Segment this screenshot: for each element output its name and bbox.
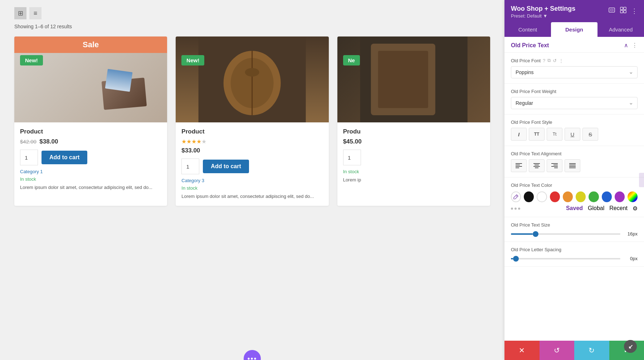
tab-content[interactable]: Content [504, 22, 551, 37]
resize-handle[interactable] [639, 173, 644, 187]
svg-rect-18 [533, 163, 540, 164]
align-justify-btn[interactable] [565, 159, 580, 172]
spacing-slider-track [511, 258, 620, 259]
viewport-icon-btn[interactable] [608, 6, 615, 15]
redo-button[interactable]: ↻ [574, 341, 609, 360]
svg-rect-7 [378, 51, 428, 108]
layout-icon-btn[interactable] [620, 6, 627, 15]
quantity-input[interactable] [343, 150, 361, 165]
list-view-btn[interactable]: ≡ [29, 7, 42, 19]
font-select[interactable]: Poppins [511, 66, 638, 78]
alignment-row: Old Price Text Alignment [504, 146, 644, 177]
tab-advanced[interactable]: Advanced [597, 22, 644, 37]
color-tab-recent[interactable]: Recent [609, 205, 628, 212]
size-value: 16px [624, 231, 638, 237]
weight-select[interactable]: Regular Bold Light Medium [511, 97, 638, 109]
color-black[interactable] [524, 191, 534, 202]
panel-header: Woo Shop + Settings Preset: Default ▼ ⋮ [504, 0, 644, 22]
color-orange[interactable] [563, 191, 573, 202]
svg-rect-28 [569, 166, 576, 167]
color-tab-global[interactable]: Global [588, 205, 604, 212]
tab-design[interactable]: Design [551, 22, 597, 37]
size-slider-fill [511, 233, 533, 235]
new-price: $38.00 [39, 138, 58, 145]
align-left-btn[interactable] [511, 159, 527, 172]
product-card: Sale New! Product $42.00 $38.00 Add to c… [14, 37, 167, 206]
add-to-cart-button[interactable]: Add to cart [203, 160, 249, 173]
product-body: Produ $45.00 In stock Lorem ip [337, 122, 490, 189]
color-dots [511, 208, 520, 210]
new-badge: New! [20, 55, 43, 65]
color-blue[interactable] [602, 191, 612, 202]
spacing-slider-wrap: 0px [511, 256, 638, 261]
size-row: Old Price Text Size 16px [504, 217, 644, 242]
color-red[interactable] [550, 191, 560, 202]
undo-button[interactable]: ↺ [540, 341, 575, 360]
font-more-icon[interactable]: ⋮ [559, 58, 564, 63]
color-green[interactable] [589, 191, 599, 202]
svg-rect-10 [620, 7, 623, 10]
product-description: Lorem ipsum dolor sit amet, consectetur … [20, 184, 161, 191]
color-tab-saved[interactable]: Saved [566, 205, 583, 212]
size-slider-thumb[interactable] [533, 231, 538, 237]
font-style-buttons: I TT Tt U S [511, 128, 638, 141]
svg-rect-23 [553, 165, 558, 165]
quantity-input[interactable] [181, 159, 199, 174]
price-wrap: $45.00 [343, 138, 484, 145]
quantity-input[interactable] [20, 150, 38, 165]
svg-rect-20 [533, 166, 540, 167]
italic-btn[interactable]: I [511, 128, 527, 141]
collapse-section-btn[interactable]: ∧ [624, 42, 628, 49]
color-settings-btn[interactable]: ⚙ [633, 205, 638, 212]
font-help-icon[interactable]: ? [543, 58, 545, 63]
floating-help-btn[interactable]: ↙ [624, 340, 637, 353]
add-to-cart-row [343, 150, 484, 165]
add-to-cart-button[interactable]: Add to cart [42, 151, 87, 164]
underline-btn[interactable]: U [565, 128, 580, 141]
font-reset-icon[interactable]: ↺ [553, 58, 557, 63]
product-image: Ne [337, 37, 490, 122]
align-right-btn[interactable] [547, 159, 562, 172]
price-wrap: $42.00 $38.00 [20, 138, 161, 145]
product-card: Ne Produ $45.00 In stock Lorem ip [337, 37, 490, 206]
svg-rect-11 [624, 7, 626, 10]
svg-rect-9 [610, 9, 613, 11]
spacing-label: Old Price Letter Spacing [511, 247, 638, 252]
panel-header-icons: ⋮ [608, 6, 638, 15]
product-description: Lorem ipsum dolor sit amet, consectetur … [181, 193, 323, 200]
panel-preset[interactable]: Preset: Default ▼ [511, 13, 575, 19]
view-toggle: ⊞ ≡ [14, 7, 490, 19]
eyedropper-btn[interactable] [511, 191, 521, 202]
svg-rect-12 [620, 10, 623, 13]
product-price: $45.00 [343, 138, 362, 145]
more-options-btn[interactable]: ⋮ [631, 7, 638, 15]
section-title: Old Price Text [511, 42, 549, 49]
load-more-button[interactable]: ••• [244, 350, 261, 360]
color-row: Old Price Text Color [504, 177, 644, 217]
color-custom[interactable] [628, 191, 638, 202]
ellipsis-icon: ••• [247, 355, 257, 360]
color-white[interactable] [537, 191, 547, 202]
size-slider-track [511, 233, 620, 235]
color-purple[interactable] [615, 191, 625, 202]
spacing-row: Old Price Letter Spacing 0px [504, 242, 644, 267]
section-more-btn[interactable]: ⋮ [632, 42, 638, 49]
cancel-button[interactable]: ✕ [504, 341, 540, 360]
old-price: $42.00 [20, 138, 36, 145]
grid-view-btn[interactable]: ⊞ [14, 7, 26, 19]
results-count: Showing 1–6 of 12 results [14, 24, 490, 29]
uppercase-btn[interactable]: TT [529, 128, 545, 141]
product-body: Product ★★★★★ $33.00 Add to cart Categor… [176, 122, 328, 206]
strikethrough-btn[interactable]: S [582, 128, 598, 141]
color-yellow[interactable] [576, 191, 586, 202]
spacing-slider-thumb[interactable] [513, 256, 519, 262]
capitalize-btn[interactable]: Tt [547, 128, 562, 141]
category-link[interactable]: Category 1 [20, 169, 161, 174]
panel-tabs: Content Design Advanced [504, 22, 644, 37]
product-image: New! [176, 37, 328, 122]
font-copy-icon[interactable]: ⧉ [547, 58, 551, 63]
star-rating: ★★★★★ [181, 138, 323, 145]
category-link[interactable]: Category 3 [181, 178, 323, 183]
font-label: Old Price Font ? ⧉ ↺ ⋮ [511, 58, 638, 63]
align-center-btn[interactable] [529, 159, 545, 172]
